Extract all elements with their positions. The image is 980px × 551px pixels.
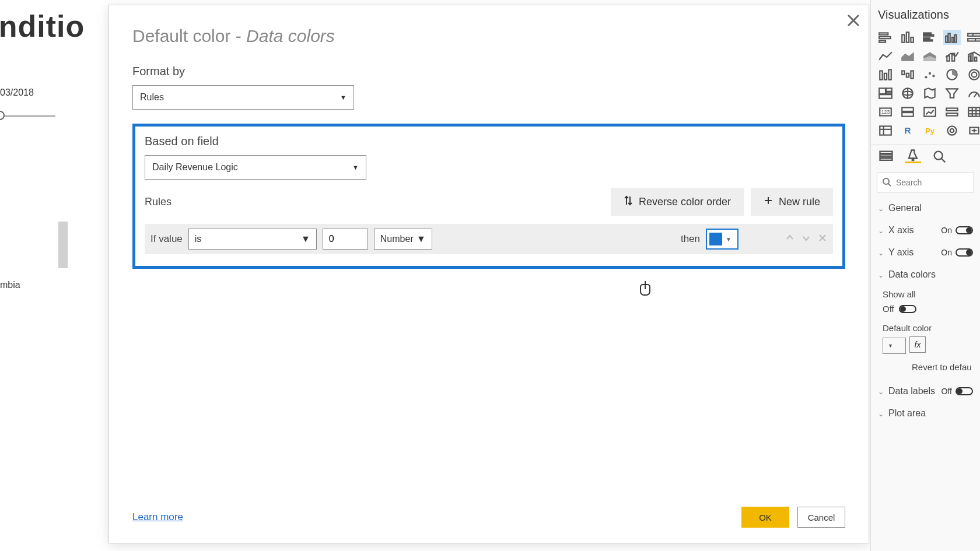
svg-rect-47 (879, 94, 892, 99)
section-data-colors[interactable]: ⌄Data colors (871, 264, 980, 286)
search-input[interactable]: Search (877, 173, 974, 192)
stacked-column-icon[interactable] (899, 30, 916, 45)
clustered-bar-icon[interactable] (921, 30, 939, 45)
svg-rect-12 (902, 35, 904, 43)
chevron-down-icon: ⌄ (878, 249, 884, 257)
new-rule-label: New rule (779, 196, 820, 208)
kpi-icon[interactable] (921, 104, 939, 120)
slicer-icon[interactable] (943, 104, 961, 120)
map-icon[interactable] (899, 86, 916, 101)
slider-handle-icon[interactable] (0, 111, 5, 120)
hundred-stacked-bar-icon[interactable] (965, 30, 980, 45)
rule-value-input[interactable] (323, 229, 368, 250)
analytics-tab-icon[interactable] (932, 149, 948, 163)
svg-rect-55 (902, 113, 914, 117)
ribbon-chart-icon[interactable] (877, 67, 894, 82)
svg-rect-37 (911, 71, 913, 79)
chevron-down-icon: ⌄ (878, 410, 884, 418)
clustered-column-icon[interactable] (943, 30, 961, 45)
chevron-down-icon: ⌄ (878, 205, 884, 213)
section-y-axis[interactable]: ⌄Y axis On (871, 241, 980, 264)
rule-operator-select[interactable]: is ▼ (188, 229, 317, 250)
scatter-chart-icon[interactable] (921, 67, 939, 82)
svg-rect-23 (968, 34, 980, 36)
svg-rect-35 (902, 71, 904, 75)
visualization-gallery: 123 R Py (871, 30, 980, 138)
fx-button[interactable]: fx (909, 336, 926, 353)
show-all-label: Show all (871, 286, 980, 301)
python-visual-icon[interactable]: Py (921, 123, 939, 138)
cancel-button[interactable]: Cancel (797, 507, 845, 528)
rule-row: If value is ▼ Number ▼ then ▼ (145, 224, 833, 254)
fields-tab-icon[interactable] (878, 149, 894, 163)
rules-label: Rules (145, 196, 172, 208)
svg-text:R: R (905, 125, 911, 135)
format-by-value: Rules (140, 92, 164, 103)
r-visual-icon[interactable]: R (899, 123, 916, 138)
waterfall-icon[interactable] (899, 67, 916, 82)
toggle-icon[interactable] (956, 387, 973, 395)
arcgis-icon[interactable] (943, 123, 961, 138)
svg-rect-46 (886, 92, 892, 94)
move-up-icon[interactable] (785, 233, 794, 245)
show-all-state: Off (883, 304, 894, 314)
line-clustered-column-icon[interactable] (965, 48, 980, 64)
move-down-icon[interactable] (802, 233, 811, 245)
gauge-icon[interactable] (965, 86, 980, 101)
section-plot-area[interactable]: ⌄Plot area (871, 402, 980, 424)
svg-rect-15 (923, 33, 931, 34)
svg-rect-16 (923, 35, 933, 36)
stacked-area-icon[interactable] (921, 48, 939, 64)
svg-rect-58 (946, 113, 958, 115)
svg-rect-45 (886, 88, 892, 91)
svg-rect-19 (946, 36, 947, 43)
line-stacked-column-icon[interactable] (943, 48, 961, 64)
treemap-icon[interactable] (877, 86, 894, 101)
donut-chart-icon[interactable] (965, 67, 980, 82)
based-on-field-select[interactable]: Daily Revenue Logic ▼ (145, 155, 366, 180)
section-general[interactable]: ⌄General (871, 197, 980, 219)
dialog-title-separator: - (230, 26, 246, 45)
svg-rect-21 (952, 37, 954, 43)
svg-rect-64 (880, 126, 891, 135)
filled-map-icon[interactable] (921, 86, 939, 101)
card-icon[interactable]: 123 (877, 104, 894, 120)
svg-rect-32 (880, 71, 882, 80)
rule-type-select[interactable]: Number ▼ (374, 229, 432, 250)
delete-rule-icon[interactable] (818, 233, 827, 245)
caret-down-icon: ▼ (301, 234, 310, 244)
multi-row-card-icon[interactable] (899, 104, 916, 120)
caret-down-icon: ▼ (888, 343, 893, 349)
learn-more-link[interactable]: Learn more (132, 511, 183, 523)
format-by-select[interactable]: Rules ▼ (132, 85, 354, 110)
matrix-icon[interactable] (877, 123, 894, 138)
section-x-axis[interactable]: ⌄X axis On (871, 219, 980, 241)
section-data-labels[interactable]: ⌄Data labels Off (871, 380, 980, 402)
svg-rect-59 (968, 107, 980, 116)
svg-rect-20 (949, 34, 950, 43)
new-rule-button[interactable]: New rule (751, 188, 833, 216)
svg-rect-30 (971, 54, 973, 61)
pie-chart-icon[interactable] (943, 67, 961, 82)
ok-button[interactable]: OK (741, 507, 789, 528)
slicer-slider[interactable] (0, 115, 55, 117)
area-chart-icon[interactable] (899, 48, 916, 64)
svg-rect-14 (911, 37, 913, 43)
funnel-icon[interactable] (943, 86, 961, 101)
format-tab-icon[interactable] (905, 149, 921, 163)
rule-color-picker[interactable]: ▼ (706, 229, 738, 250)
based-on-field-value: Daily Revenue Logic (152, 162, 238, 173)
svg-line-79 (941, 159, 945, 163)
reverse-color-order-button[interactable]: Reverse color order (611, 188, 744, 216)
toggle-icon[interactable] (956, 226, 973, 234)
default-color-picker[interactable]: ▼ (883, 338, 906, 354)
svg-rect-9 (879, 33, 888, 34)
stacked-bar-icon[interactable] (877, 30, 894, 45)
show-all-toggle[interactable] (899, 305, 916, 313)
custom-visual-icon[interactable] (965, 123, 980, 138)
toggle-icon[interactable] (956, 248, 973, 257)
line-chart-icon[interactable] (877, 48, 894, 64)
table-icon[interactable] (965, 104, 980, 120)
revert-to-default-link[interactable]: Revert to defau (871, 354, 980, 380)
rule-if-label: If value (150, 233, 183, 245)
